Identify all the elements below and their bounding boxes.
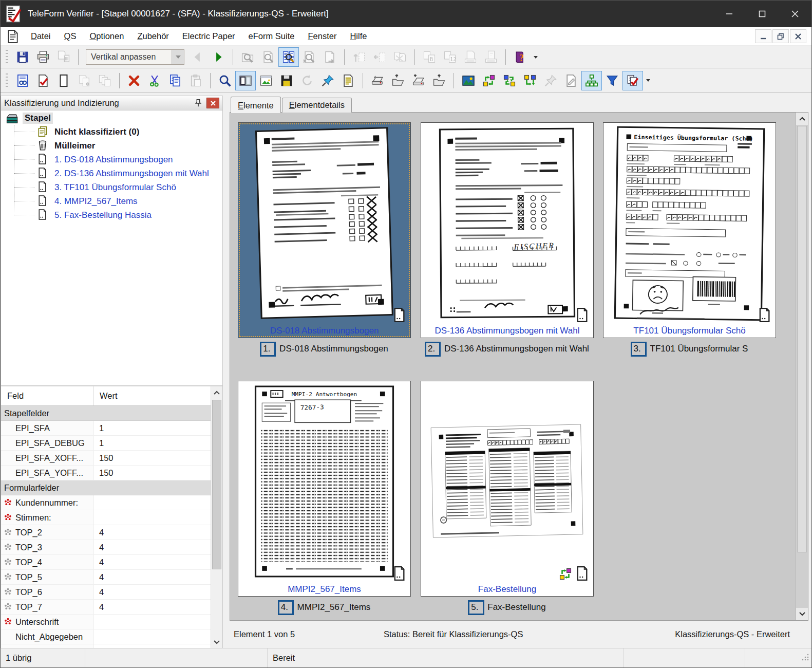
cut-icon[interactable]	[144, 71, 165, 90]
copy-icon[interactable]	[165, 71, 185, 90]
element-card-3[interactable]: Einseitiges Übungsformular (Schö) TF101 …	[603, 122, 776, 338]
close-button[interactable]	[779, 1, 811, 27]
chevron-down-icon[interactable]	[172, 50, 184, 64]
tab-elementdetails[interactable]: Elementdetails	[282, 98, 352, 113]
field-row-kundennummer-[interactable]: Kundennummer:	[1, 495, 211, 510]
menu-item-optionen[interactable]: Optionen	[83, 31, 130, 41]
field-row-epi-sfa-xoff-[interactable]: EPI_SFA_XOFF...150	[1, 451, 211, 466]
field-value[interactable]: 4	[93, 602, 211, 612]
field-value[interactable]: 1	[93, 438, 211, 448]
image-icon[interactable]	[458, 71, 479, 90]
folder-up-icon[interactable]	[429, 71, 449, 90]
field-value[interactable]: 150	[93, 468, 211, 478]
toolbar-grip[interactable]	[6, 50, 8, 64]
field-row-epi-sfa-debug[interactable]: EPI_SFA_DEBUG1	[1, 436, 211, 451]
filter-icon[interactable]	[602, 71, 622, 90]
element-card-2[interactable]: FISCHER DS-136 Abstimmungsbogen mit Wahl	[421, 122, 594, 338]
document-menu-icon[interactable]	[7, 30, 20, 43]
field-value[interactable]: 4	[93, 587, 211, 597]
maximize-button[interactable]	[746, 1, 779, 27]
form-glasses-icon[interactable]	[12, 71, 33, 90]
field-row-top-4[interactable]: TOP_44	[1, 555, 211, 570]
next-element-icon[interactable]	[208, 47, 229, 67]
scan-folder-icon[interactable]	[388, 71, 408, 90]
field-value[interactable]: 4	[93, 572, 211, 582]
verify-batch-icon[interactable]	[622, 71, 643, 90]
tree-item-5-fax-bestellung-hassia[interactable]: 5. Fax-Bestellung Hassia	[1, 208, 222, 222]
field-row-top-7[interactable]: TOP_74	[1, 600, 211, 615]
save-icon[interactable]	[12, 47, 33, 67]
toolbar-grip[interactable]	[6, 73, 8, 88]
org-chart-icon[interactable]	[581, 71, 602, 90]
pushpin-color-icon[interactable]	[317, 71, 338, 90]
delete-x-icon[interactable]	[124, 71, 144, 90]
scrollbar-thumb[interactable]	[212, 400, 221, 569]
element-card-1[interactable]: DS-018 Abstimmungsbogen	[238, 122, 411, 338]
element-card-5[interactable]: Fax-Bestellung	[421, 381, 594, 597]
field-value[interactable]: 4	[93, 528, 211, 537]
scroll-down-icon[interactable]	[211, 636, 222, 648]
tree-item-3-tf101-übungsformular-schö[interactable]: 3. TF101 Übungsformular Schö	[1, 180, 222, 194]
field-row-top-6[interactable]: TOP_64	[1, 585, 211, 600]
field-row-top-3[interactable]: TOP_34	[1, 540, 211, 555]
fields-scrollbar[interactable]	[211, 386, 222, 648]
menu-item-eform-suite[interactable]: eForm Suite	[242, 31, 301, 41]
transfer-out-icon[interactable]	[499, 71, 520, 90]
scroll-up-icon[interactable]	[211, 386, 222, 399]
panel-close-icon[interactable]	[206, 98, 219, 108]
sign-page-icon[interactable]	[561, 71, 581, 90]
elements-scrollbar[interactable]	[796, 113, 808, 620]
zoom-mode-select[interactable]: Vertikal anpassen	[86, 49, 184, 65]
mdi-restore-button[interactable]	[772, 29, 789, 43]
menu-item-fenster[interactable]: Fenster	[301, 31, 343, 41]
mdi-close-button[interactable]	[790, 29, 806, 43]
field-row-stimmen-[interactable]: Stimmen:	[1, 510, 211, 525]
tab-elemente[interactable]: Elemente	[231, 97, 281, 113]
menu-item-electric-paper[interactable]: Electric Paper	[176, 31, 242, 41]
scan-page-up-icon[interactable]	[408, 71, 429, 90]
column-header-wert[interactable]: Wert	[93, 391, 222, 401]
minimize-button[interactable]	[713, 1, 746, 27]
menu-item-hilfe[interactable]: Hilfe	[343, 31, 373, 41]
field-value[interactable]: 1	[93, 423, 211, 433]
zoom-icon[interactable]	[215, 71, 235, 90]
tree-item-stapel[interactable]: Stapel	[1, 111, 222, 125]
field-value[interactable]: 150	[93, 453, 211, 463]
split-view-icon[interactable]	[235, 71, 256, 90]
field-value[interactable]: 4	[93, 543, 211, 552]
transfer-in-icon[interactable]	[479, 71, 499, 90]
field-value[interactable]: 4	[93, 558, 211, 567]
scan-page-icon[interactable]	[367, 71, 388, 90]
field-row-nicht-abgegeben[interactable]: Nicht_Abgegeben	[1, 629, 211, 644]
field-row-epi-sfa[interactable]: EPI_SFA1	[1, 421, 211, 436]
image-window-icon[interactable]	[256, 71, 276, 90]
column-header-feld[interactable]: Feld	[1, 386, 93, 405]
dropdown-arrow-icon[interactable]	[531, 47, 541, 67]
field-row-top-2[interactable]: TOP_24	[1, 525, 211, 540]
tree-item-mülleimer[interactable]: Mülleimer	[1, 139, 222, 153]
menu-item-qs[interactable]: QS	[58, 31, 83, 41]
resize-grip[interactable]	[801, 653, 809, 663]
scroll-up-icon[interactable]	[796, 113, 808, 125]
blank-page-icon[interactable]	[53, 71, 74, 90]
field-row-unterschrift[interactable]: Unterschrift	[1, 615, 211, 629]
verify-page-icon[interactable]	[33, 71, 53, 90]
menu-item-datei[interactable]: Datei	[24, 31, 58, 41]
tree-item-1-ds-018-abstimmungsbogen[interactable]: 1. DS-018 Abstimmungsbogen	[1, 153, 222, 166]
transfer-sync-icon[interactable]	[520, 71, 540, 90]
tree-item-4-mmpi2-567-items[interactable]: 4. MMPI2_567_Items	[1, 194, 222, 208]
help-icon[interactable]: ?	[510, 47, 531, 67]
field-row-epi-sfa-yoff-[interactable]: EPI_SFA_YOFF...150	[1, 466, 211, 480]
scroll-down-icon[interactable]	[796, 608, 808, 620]
mdi-minimize-button[interactable]	[755, 29, 771, 43]
element-card-4[interactable]: MMPI-2 Antwortbogen 7267-3 MMPI2_567_Ite…	[238, 381, 411, 597]
pin-icon[interactable]	[192, 98, 204, 109]
tree-item-nicht-klassifiziert-0-[interactable]: Nicht klassifiziert (0)	[1, 125, 222, 139]
menu-item-zubeh-r[interactable]: Zubehör	[130, 31, 175, 41]
print-icon[interactable]	[33, 47, 53, 67]
field-row-top-5[interactable]: TOP_54	[1, 570, 211, 585]
dropdown-arrow-icon[interactable]	[643, 71, 653, 90]
scrollbar-thumb[interactable]	[797, 126, 807, 552]
classify-search-icon[interactable]	[278, 47, 299, 67]
tree-item-2-ds-136-abstimmungsbogen-mit-wahl[interactable]: 2. DS-136 Abstimmungsbogen mit Wahl	[1, 166, 222, 180]
